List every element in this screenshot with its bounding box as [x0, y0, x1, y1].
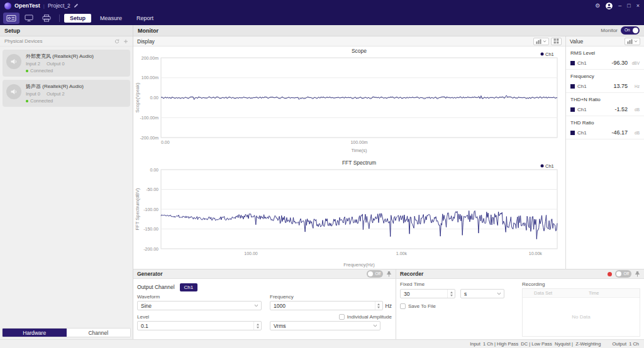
generator-panel: Generator Off Output Channel [133, 269, 396, 339]
individual-amplitude-checkbox[interactable] [339, 314, 345, 320]
user-avatar[interactable] [606, 3, 613, 9]
pin-icon[interactable] [386, 271, 392, 277]
value-display-dropdown[interactable] [625, 38, 640, 45]
fixed-time-input[interactable]: 30 [400, 289, 455, 298]
speaker-icon [6, 84, 21, 99]
physical-devices-header: Physical Devices [0, 36, 133, 46]
sidebar-footer-tabs: Hardware Channel [2, 328, 131, 337]
svg-text:-150.00: -150.00 [143, 227, 158, 231]
tab-hardware[interactable]: Hardware [3, 329, 67, 337]
generator-title: Generator [137, 271, 163, 277]
svg-text:0.00: 0.00 [150, 95, 158, 100]
maximize-button[interactable]: □ [627, 3, 630, 9]
edit-project-icon[interactable] [74, 3, 79, 8]
chevron-down-icon [254, 304, 258, 307]
svg-text:FFT Spectrum(dBV): FFT Spectrum(dBV) [135, 188, 140, 230]
recording-table-header: Data Set Time [523, 289, 640, 298]
frequency-input[interactable]: 1000 [270, 301, 383, 310]
svg-text:100.00: 100.00 [244, 251, 258, 256]
metric-rms-level: RMS Level Ch1 -96.30 dBV [566, 46, 644, 70]
recorder-header: Recorder Off [396, 269, 644, 279]
save-to-file-checkbox[interactable] [400, 303, 406, 309]
settings-gear-icon[interactable]: ⚙ [595, 3, 600, 9]
physical-devices-label: Physical Devices [4, 38, 42, 44]
device-list: 外部麦克风 (Realtek(R) Audio) Input 2Output 0… [0, 46, 133, 326]
waveform-select[interactable]: Sine [137, 301, 262, 310]
svg-text:200.00m: 200.00m [142, 56, 158, 60]
frequency-unit-label: Hz [386, 303, 392, 309]
channel-color-swatch [570, 107, 575, 112]
svg-text:-200.00: -200.00 [143, 247, 158, 251]
channel-color-swatch [570, 61, 575, 65]
device-card-speaker[interactable]: 扬声器 (Realtek(R) Audio) Input 0Output 2 C… [3, 80, 130, 107]
svg-text:-100.00: -100.00 [143, 207, 158, 212]
monitor-view-icon[interactable] [21, 13, 37, 24]
titlebar: OpenTest | Project_2 ⚙ – □ × [0, 0, 644, 11]
layout-grid-icon[interactable] [551, 38, 562, 45]
save-to-file-label: Save To File [408, 303, 436, 309]
device-card-microphone[interactable]: 外部麦克风 (Realtek(R) Audio) Input 2Output 0… [3, 50, 130, 77]
generator-toggle[interactable]: Off [367, 270, 383, 278]
time-unit-select[interactable]: s [460, 289, 504, 298]
svg-text:Ch1: Ch1 [545, 52, 554, 57]
tab-setup[interactable]: Setup [64, 14, 91, 23]
svg-text:Scope: Scope [352, 48, 367, 54]
titlebar-separator: | [43, 3, 45, 9]
tab-channel[interactable]: Channel [67, 329, 131, 337]
level-input[interactable]: 0.1 [137, 321, 262, 330]
setup-panel-title: Setup [0, 25, 133, 36]
speaker-icon [6, 54, 21, 69]
svg-text:-100.00m: -100.00m [140, 116, 158, 120]
record-indicator-icon [608, 272, 612, 276]
device-status: Connected [26, 68, 94, 73]
generator-header: Generator Off [133, 269, 396, 279]
tab-report[interactable]: Report [131, 14, 159, 23]
svg-text:FFT Spectrum: FFT Spectrum [342, 160, 376, 166]
monitor-toggle-label: Monitor [601, 28, 618, 33]
refresh-devices-icon[interactable] [114, 39, 119, 44]
menubar: Setup Measure Report [0, 11, 644, 25]
monitor-header: Monitor Monitor On [133, 25, 644, 36]
display-header: Display [133, 36, 565, 46]
channel-color-swatch [570, 84, 575, 89]
project-name: Project_2 [48, 3, 70, 9]
opentest-logo-icon [4, 3, 11, 9]
output-channel-ch1-button[interactable]: Ch1 [180, 283, 198, 291]
hardware-view-icon[interactable] [3, 13, 19, 24]
recorder-toggle[interactable]: Off [615, 270, 631, 278]
fixed-time-label: Fixed Time [400, 281, 518, 287]
close-button[interactable]: × [636, 3, 640, 9]
svg-text:Scope(Vpeak): Scope(Vpeak) [135, 82, 140, 112]
device-status: Connected [26, 98, 84, 104]
chart-type-dropdown[interactable] [533, 38, 549, 45]
chevron-down-icon [497, 292, 501, 295]
fft-spectrum-chart: FFT SpectrumCh10.00-50.00-100.00-150.00-… [133, 155, 565, 269]
app-name: OpenTest [14, 3, 40, 9]
svg-text:0.00: 0.00 [150, 168, 158, 172]
tab-measure[interactable]: Measure [94, 14, 128, 23]
value-title: Value [570, 38, 583, 45]
device-name: 扬声器 (Realtek(R) Audio) [26, 83, 84, 90]
monitor-title: Monitor [138, 28, 158, 34]
svg-text:Time(s): Time(s) [351, 148, 367, 153]
pin-icon[interactable] [635, 271, 640, 277]
device-io: Input 0Output 2 [26, 91, 84, 97]
svg-text:0.00: 0.00 [161, 140, 170, 144]
value-panel: Value RMS Level Ch1 -96.30 dBV [566, 36, 644, 269]
recording-table: Data Set Time No Data [522, 288, 640, 337]
frequency-label: Frequency [270, 294, 392, 300]
value-header: Value [566, 36, 644, 46]
fixed-time-stepper[interactable] [447, 290, 455, 298]
menubar-separator [59, 14, 60, 22]
level-stepper[interactable] [253, 322, 261, 330]
level-unit-select[interactable]: Vrms [270, 321, 380, 330]
svg-text:-50.00: -50.00 [146, 187, 158, 192]
device-name: 外部麦克风 (Realtek(R) Audio) [26, 53, 94, 60]
svg-text:10.00k: 10.00k [529, 251, 543, 256]
monitor-toggle[interactable]: On [621, 26, 640, 35]
report-view-icon[interactable] [38, 13, 55, 24]
frequency-stepper[interactable] [375, 302, 382, 310]
add-device-icon[interactable] [123, 39, 128, 44]
setup-sidebar: Setup Physical Devices [0, 25, 133, 339]
minimize-button[interactable]: – [618, 3, 621, 9]
